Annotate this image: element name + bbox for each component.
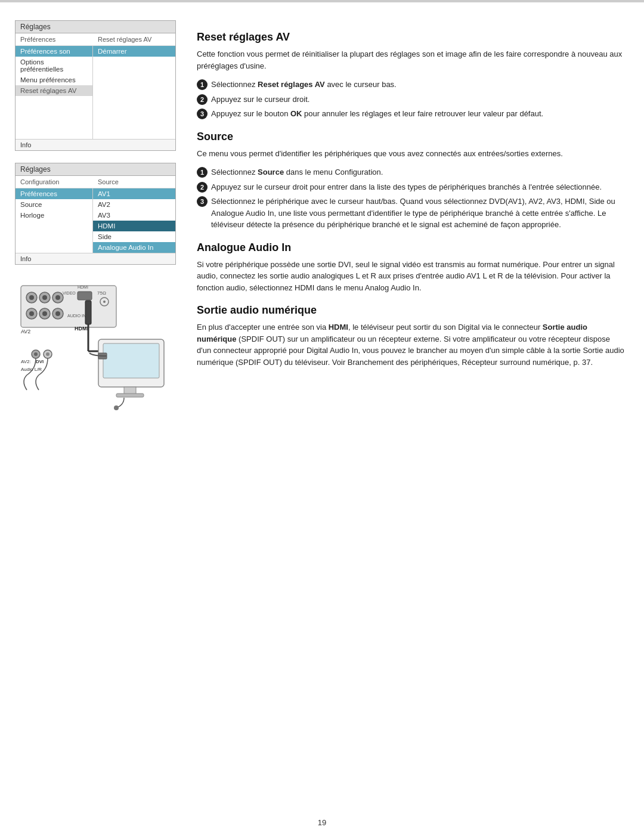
menu1-right-item-5 [93,89,175,100]
menu2-left-item-2[interactable]: Source [16,199,92,210]
menu2-right-item-5[interactable]: Side [93,231,175,242]
s2-step1-num: 1 [197,167,208,178]
s2-step3-text: Sélectionnez le périphérique avec le cur… [211,196,626,231]
menu2-left-item-5 [16,231,92,242]
section-sortie-audio: Sortie audio numérique En plus d'accepte… [197,304,626,368]
menu1-footer: Info [16,139,175,150]
menu1-body: Préférences son Options préférentielles … [16,46,175,139]
menu1-left-item-6 [16,107,92,117]
menu2-left-item-6 [16,242,92,253]
svg-point-2 [29,295,34,300]
section2-title: Source [197,131,626,143]
diagram-area: VIDEO HDMI 75Ω AUDIO IN AV2 [15,283,176,422]
main-content: Réglages Préférences Reset réglages AV P… [0,2,644,818]
svg-text:AUDIO IN: AUDIO IN [67,314,86,318]
svg-point-28 [46,352,49,356]
menu1-right-item-7 [93,110,175,121]
s2-step1-text: Sélectionnez Source dans le menu Configu… [211,166,626,178]
svg-text:HDMI: HDMI [78,285,88,289]
section1-step-2: 2 Appuyez sur le curseur droit. [197,94,626,106]
svg-text:AV2:: AV2: [21,359,31,364]
right-column: Reset réglages AV Cette fonction vous pe… [185,14,644,806]
connection-diagram: VIDEO HDMI 75Ω AUDIO IN AV2 [15,283,176,420]
menu1-left-item-4[interactable]: Reset réglages AV [16,85,92,96]
menu2-right-item-6[interactable]: Analogue Audio In [93,242,175,253]
step2-num: 2 [197,94,208,105]
menu2-left-item-4 [16,221,92,231]
s2-step3-num: 3 [197,196,208,207]
step1-text: Sélectionnez Reset réglages AV avec le c… [211,79,626,91]
menu2-right-item-2[interactable]: AV2 [93,199,175,210]
svg-point-26 [34,352,38,356]
menu1-right-item-6 [93,100,175,110]
svg-text:VIDEO: VIDEO [63,291,76,295]
menu1-left-item-8 [16,128,92,139]
menu1-left-item-2[interactable]: Options préférentielles [16,57,92,75]
section1-step-1: 1 Sélectionnez Reset réglages AV avec le… [197,79,626,91]
svg-rect-33 [103,343,159,378]
menu2-left-col: Préférences Source Horloge [16,188,93,253]
step3-text: Appuyez sur le bouton OK pour annuler le… [211,108,626,120]
left-column: Réglages Préférences Reset réglages AV P… [0,14,185,806]
menu2-right-item-4[interactable]: HDMI [93,221,175,231]
section2-step-2: 2 Appuyez sur le curseur droit pour entr… [197,181,626,193]
svg-point-16 [42,311,47,316]
section3-title: Analogue Audio In [197,241,626,254]
section2-steps: 1 Sélectionnez Source dans le menu Confi… [197,166,626,231]
menu2-header-right: Source [93,177,175,187]
menu1-left-col: Préférences son Options préférentielles … [16,46,93,139]
section1-title: Reset réglages AV [197,31,626,44]
svg-text:HDMI: HDMI [75,326,88,332]
menu1-left-item-5 [16,96,92,107]
svg-text:75Ω: 75Ω [97,290,106,296]
menu1-right-item-8 [93,121,175,132]
page-number-row: 19 [0,818,644,833]
menu1-header-row: Préférences Reset réglages AV [16,33,175,46]
svg-text:DVI: DVI [36,359,44,364]
section1-title-text: Reset réglages AV [197,31,290,43]
section-reset-reglages: Reset réglages AV Cette fonction vous pe… [197,31,626,120]
section1-step-3: 3 Appuyez sur le bouton OK pour annuler … [197,108,626,120]
menu1-header-left: Préférences [16,35,93,44]
menu2-header-left: Configuration [16,177,93,187]
menu1-right-item-2 [93,57,175,67]
svg-rect-8 [78,292,92,300]
menu2-left-item-1[interactable]: Préférences [16,188,92,199]
menu2-footer: Info [16,253,175,264]
section4-title: Sortie audio numérique [197,304,626,317]
menu2-right-item-1[interactable]: AV1 [93,188,175,199]
menu-box-2-title: Réglages [16,163,175,176]
section-analogue-audio: Analogue Audio In Si votre périphérique … [197,241,626,294]
menu1-right-item-1[interactable]: Démarrer [93,46,175,57]
svg-rect-21 [85,301,91,324]
section2-body: Ce menu vous permet d'identifier les pér… [197,148,626,160]
step1-num: 1 [197,79,208,90]
menu2-left-item-3[interactable]: Horloge [16,210,92,221]
svg-point-18 [55,311,60,316]
menu-box-1-title: Réglages [16,21,175,33]
menu1-right-item-4 [93,78,175,89]
menu2-body: Préférences Source Horloge AV1 AV2 AV3 H… [16,188,175,253]
step3-num: 3 [197,109,208,119]
menu2-header-row: Configuration Source [16,176,175,188]
s2-step2-text: Appuyez sur le curseur droit pour entrer… [211,181,626,193]
svg-point-14 [29,311,34,316]
svg-point-6 [55,295,60,300]
svg-point-12 [103,301,106,303]
menu1-left-item-1[interactable]: Préférences son [16,46,92,57]
menu1-left-item-3[interactable]: Menu préférences [16,75,92,85]
svg-point-37 [114,405,119,410]
section2-step-3: 3 Sélectionnez le périphérique avec le c… [197,196,626,231]
page-number: 19 [318,818,326,827]
svg-rect-35 [116,394,144,397]
svg-text:AV2: AV2 [21,329,30,335]
s2-step2-num: 2 [197,182,208,193]
svg-rect-34 [124,387,136,394]
svg-text:Audio L/R: Audio L/R [21,367,42,372]
section2-step-1: 1 Sélectionnez Source dans le menu Confi… [197,166,626,178]
menu1-header-right: Reset réglages AV [93,35,175,44]
menu2-right-item-3[interactable]: AV3 [93,210,175,221]
menu1-left-item-7 [16,117,92,128]
section1-steps: 1 Sélectionnez Reset réglages AV avec le… [197,79,626,120]
step2-text: Appuyez sur le curseur droit. [211,94,626,106]
